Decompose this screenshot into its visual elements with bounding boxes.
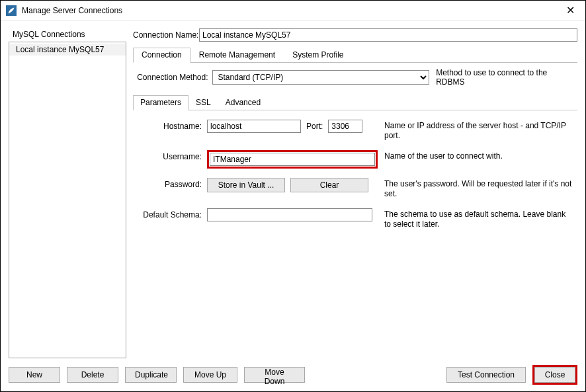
clear-password-button[interactable]: Clear (290, 178, 368, 192)
hostname-input[interactable] (207, 120, 301, 133)
close-icon[interactable]: ✕ (561, 1, 580, 19)
tab-ssl[interactable]: SSL (188, 95, 218, 110)
tab-parameters[interactable]: Parameters (133, 95, 188, 110)
duplicate-button[interactable]: Duplicate (125, 367, 177, 383)
password-label: Password: (137, 178, 207, 189)
inner-tabs: Parameters SSL Advanced (133, 95, 577, 110)
tab-remote-management[interactable]: Remote Management (190, 48, 284, 63)
main-tabs: Connection Remote Management System Prof… (133, 47, 577, 63)
connection-name-input[interactable] (199, 28, 577, 42)
tab-connection-body: Connection Method: Standard (TCP/IP) Met… (133, 68, 577, 358)
connections-list-header: MySQL Connections (9, 27, 126, 42)
close-button[interactable]: Close (534, 367, 575, 383)
connections-list-pane: MySQL Connections Local instance MySQL57 (9, 27, 126, 358)
list-item[interactable]: Local instance MySQL57 (9, 44, 126, 56)
new-button[interactable]: New (9, 367, 60, 383)
default-schema-label: Default Schema: (137, 208, 207, 219)
default-schema-desc: The schema to use as default schema. Lea… (378, 208, 573, 229)
connection-details-pane: Connection Name: Connection Remote Manag… (133, 27, 577, 358)
username-input[interactable] (210, 153, 375, 166)
connection-method-select[interactable]: Standard (TCP/IP) (212, 70, 430, 85)
hostname-desc: Name or IP address of the server host - … (378, 120, 573, 141)
port-label: Port: (306, 122, 323, 131)
app-icon (6, 5, 17, 16)
window-title: Manage Server Connections (22, 6, 122, 15)
test-connection-button[interactable]: Test Connection (446, 367, 526, 383)
tab-connection[interactable]: Connection (133, 48, 190, 63)
connections-listbox[interactable]: Local instance MySQL57 (9, 42, 126, 358)
password-desc: The user's password. Will be requested l… (378, 178, 573, 199)
username-highlight (207, 150, 378, 169)
username-label: Username: (137, 150, 207, 161)
parameters-panel: Hostname: Port: Name or IP address of th… (133, 110, 577, 243)
connection-method-desc: Method to use to connect to the RDBMS (436, 68, 577, 87)
connection-name-label: Connection Name: (133, 30, 199, 40)
port-input[interactable] (328, 120, 362, 133)
store-in-vault-button[interactable]: Store in Vault ... (207, 178, 285, 192)
dialog-button-bar: New Delete Duplicate Move Up Move Down T… (9, 358, 577, 385)
close-button-highlight: Close (532, 365, 577, 385)
move-down-button[interactable]: Move Down (244, 367, 305, 383)
move-up-button[interactable]: Move Up (183, 367, 237, 383)
manage-connections-window: Manage Server Connections ✕ MySQL Connec… (0, 0, 586, 392)
tab-system-profile[interactable]: System Profile (284, 48, 352, 63)
tab-advanced[interactable]: Advanced (218, 95, 268, 110)
username-desc: Name of the user to connect with. (378, 150, 573, 161)
connection-method-label: Connection Method: (136, 73, 212, 82)
dialog-content: MySQL Connections Local instance MySQL57… (1, 20, 585, 391)
default-schema-input[interactable] (207, 208, 372, 221)
delete-button[interactable]: Delete (67, 367, 118, 383)
hostname-label: Hostname: (137, 120, 207, 131)
titlebar: Manage Server Connections ✕ (1, 1, 585, 20)
